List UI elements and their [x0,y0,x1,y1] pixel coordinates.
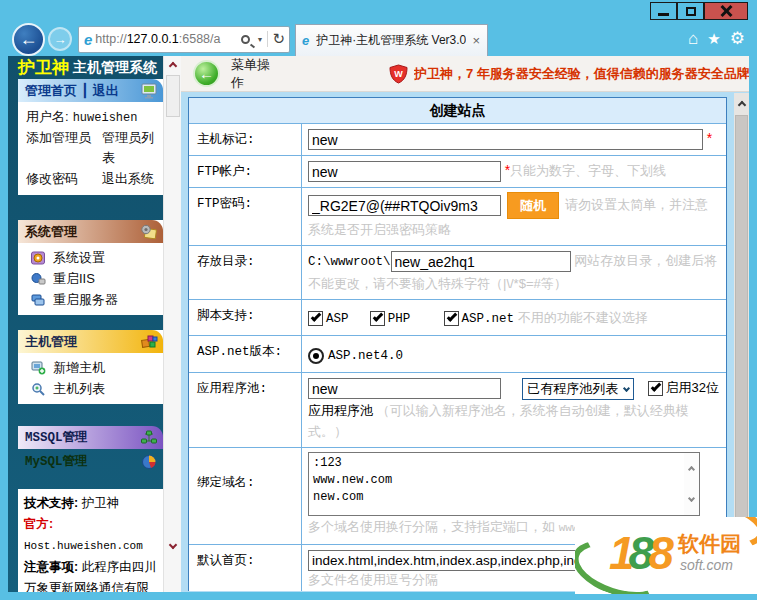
textarea-scrollbar[interactable] [684,453,699,515]
logout-link[interactable]: 退出 [93,82,119,100]
menu-operations-label[interactable]: 菜单操作 [231,56,281,92]
support-value: 护卫神 [82,496,120,510]
sidebar-vertical-scrollbar[interactable] [163,56,181,592]
gear-doc-icon [140,224,158,240]
form-title: 创建站点 [189,98,726,123]
scroll-up-arrow[interactable] [737,101,745,109]
scroll-down-arrow[interactable] [168,541,176,549]
back-icon: ← [20,29,38,50]
app-pool-select[interactable]: 已有程序池列表 [522,378,634,400]
minimize-icon [658,13,669,16]
home-icon[interactable]: ⌂ [688,30,698,48]
sidebar-item-restart-iis[interactable]: 重启IIS [31,268,163,289]
sidebar-item-mssql[interactable]: MSSQL管理 [18,426,163,449]
sidebar-footer: 技术支持: 护卫神 官方: Host.huweishen.com 注意事项: 此… [18,489,163,592]
admin-list-link[interactable]: 管理员列表 [102,128,163,168]
admin-home-link[interactable]: 管理首页 [25,82,77,100]
tab-title: 护卫神·主机管理系统 Ver3.0 [316,32,466,49]
ie-tab-icon: e [302,33,309,48]
forward-button[interactable]: → [48,27,72,51]
mssql-nodes-icon [140,430,158,446]
shield-icon: W [389,64,408,84]
change-password-link[interactable]: 修改密码 [26,169,102,189]
title-bar [0,0,757,22]
menu-back-button[interactable]: ← [193,60,220,87]
official-site[interactable]: Host.huweishen.com [24,540,143,552]
minimize-button[interactable] [650,2,677,20]
gear-icon[interactable]: ⚙ [730,30,745,48]
monitor-icon [141,83,158,99]
host-tag-input[interactable] [308,129,703,150]
refresh-icon[interactable]: ↻ [272,30,285,48]
svg-text:W: W [394,68,403,78]
close-button[interactable] [704,2,748,20]
divider [267,31,268,47]
address-bar[interactable]: e http://127.0.0.1:6588/a ▼ ↻ [78,26,290,53]
aspnet4-radio[interactable] [308,348,324,364]
aspnet-checkbox[interactable] [444,311,459,326]
maximize-button[interactable] [677,2,704,20]
scroll-up-arrow[interactable] [688,466,695,473]
aspnet-version-label: ASP.net版本: [189,336,302,372]
section-title-host: 主机管理 [25,333,77,351]
random-password-button[interactable]: 随机 [507,192,559,219]
url-text[interactable]: http://127.0.0.1:6588/a [95,32,241,46]
sidebar-item-host-list[interactable]: 主机列表 [31,378,163,399]
dropdown-caret-icon[interactable]: ▼ [256,36,263,43]
asp-checkbox[interactable] [308,311,323,326]
directory-input[interactable] [391,251,571,272]
browser-window: ← → e http://127.0.0.1:6588/a ▼ ↻ e 护卫神·… [0,0,757,600]
database-panels: MSSQL管理 MySQL管理 [18,426,163,473]
close-icon [720,5,732,17]
maximize-icon [686,7,696,16]
ftp-account-input[interactable] [308,161,501,182]
mysql-pie-icon [141,454,158,470]
ftp-password-input[interactable] [308,195,501,216]
favorites-star-icon[interactable]: ★ [707,30,720,48]
sidebar-item-add-host[interactable]: 新增主机 [31,357,163,378]
restart-iis-icon [31,272,46,286]
search-icon[interactable] [241,35,250,44]
sidebar: 护卫神 主机管理系统 管理首页 ┃ 退出 用户名: huweishen [8,56,163,592]
forward-icon: → [54,32,67,47]
menu-bar: ← 菜单操作 W 护卫神，7 年服务器安全经验，值得信赖的服务器安全品牌。 [181,56,749,92]
app-pool-label: 应用程序池: [189,373,302,447]
scroll-down-arrow[interactable] [688,495,695,502]
sidebar-item-mysql[interactable]: MySQL管理 [18,450,163,473]
settings-gear-icon [31,251,46,265]
enable-32bit-checkbox[interactable] [648,381,663,396]
support-label: 技术支持: [24,496,78,510]
magnifier-icon [31,382,46,396]
main-frame: ← 菜单操作 W 护卫神，7 年服务器安全经验，值得信赖的服务器安全品牌。 创建… [181,56,749,592]
sidebar-item-restart-server[interactable]: 重启服务器 [31,289,163,310]
domains-textarea[interactable]: :123 www.new.com new.com [309,453,699,515]
tab-close-icon[interactable]: × [470,33,482,48]
scroll-thumb[interactable] [166,75,180,117]
browser-tab[interactable]: e 护卫神·主机管理系统 Ver3.0 × [295,24,488,56]
default-pages-label: 默认首页: [189,545,302,591]
watermark-name: 软件园 [678,530,741,558]
watermark-domain: soft.com [680,557,733,573]
official-label: 官方: [24,517,53,531]
app-pool-input[interactable] [308,378,501,399]
scroll-up-arrow[interactable] [168,62,176,70]
php-checkbox[interactable] [370,311,385,326]
notice-label: 注意事项: [24,560,78,574]
directory-prefix: C:\wwwroot\ [308,255,391,269]
host-management-panel: 主机管理 新增主机 主机列表 [18,330,163,404]
select-caret-icon [623,385,630,392]
exit-system-link[interactable]: 退出系统 [102,169,163,189]
back-button[interactable]: ← [12,23,45,56]
sidebar-item-system-settings[interactable]: 系统设置 [31,247,163,268]
domains-label: 绑定域名: [189,448,302,544]
add-admin-link[interactable]: 添加管理员 [26,128,102,168]
system-management-panel: 系统管理 系统设置 重启IIS 重启服务器 [18,220,163,315]
ftp-password-label: FTP密码: [189,188,302,245]
ie-page-icon: e [84,31,92,48]
scroll-thumb[interactable] [735,115,748,543]
section-title-system: 系统管理 [25,223,77,241]
app-name: 主机管理系统 [73,59,157,77]
app-title: 护卫神 主机管理系统 [8,56,163,79]
cubes-icon [140,334,158,350]
script-support-label: 脚本支持: [189,300,302,335]
